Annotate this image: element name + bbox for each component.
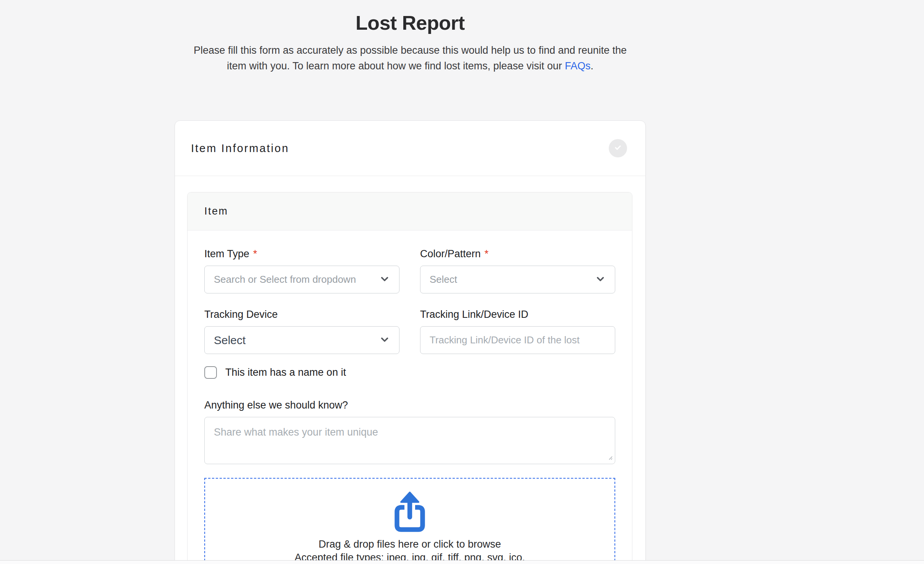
- chevron-down-icon: [379, 333, 391, 347]
- content-column: Lost Report Please fill this form as acc…: [175, 0, 646, 564]
- upload-icon: [393, 490, 427, 534]
- tracking-link-label: Tracking Link/Device ID: [420, 308, 615, 321]
- item-information-card: Item Information Item: [175, 120, 646, 564]
- item-type-label-text: Item Type: [204, 247, 249, 260]
- color-pattern-label-text: Color/Pattern: [420, 247, 481, 260]
- field-item-type: Item Type * Search or Select from dropdo…: [204, 247, 399, 293]
- card-title: Item Information: [191, 142, 289, 155]
- tracking-link-input[interactable]: [420, 326, 615, 354]
- tracking-link-label-text: Tracking Link/Device ID: [420, 308, 528, 321]
- field-tracking-link: Tracking Link/Device ID: [420, 308, 615, 354]
- item-type-label: Item Type *: [204, 247, 399, 260]
- intro-period: .: [590, 60, 594, 72]
- required-asterisk: *: [484, 247, 489, 260]
- required-asterisk: *: [253, 247, 257, 260]
- item-has-name-checkbox[interactable]: [204, 366, 217, 379]
- item-section: Item Item Type * Search or Select from d…: [187, 192, 632, 564]
- window-bottom-strip: [0, 560, 924, 564]
- item-type-select[interactable]: Search or Select from dropdown: [204, 266, 399, 293]
- tracking-device-label: Tracking Device: [204, 308, 399, 321]
- item-section-title: Item: [204, 205, 228, 217]
- tracking-device-select[interactable]: Select: [204, 326, 399, 354]
- intro-line1: Please fill this form as accurately as p…: [194, 45, 627, 56]
- dropzone-primary-text: Drag & drop files here or click to brows…: [319, 537, 501, 551]
- notes-label: Anything else we should know?: [204, 399, 615, 412]
- color-pattern-select-placeholder: Select: [430, 274, 457, 285]
- notes-textarea[interactable]: [204, 417, 615, 464]
- item-type-select-placeholder: Search or Select from dropdown: [214, 274, 356, 285]
- section-complete-indicator: [609, 139, 627, 157]
- intro-line2: item with you. To learn more about how w…: [227, 60, 565, 72]
- page-intro: Please fill this form as accurately as p…: [175, 43, 646, 74]
- item-section-body: Item Type * Search or Select from dropdo…: [188, 231, 632, 564]
- notes-label-text: Anything else we should know?: [204, 399, 348, 412]
- item-information-card-body: Item Item Type * Search or Select from d…: [175, 176, 645, 564]
- item-section-header: Item: [188, 192, 632, 231]
- notes-textarea-wrap: [204, 417, 615, 464]
- color-pattern-label: Color/Pattern *: [420, 247, 615, 260]
- field-tracking-device: Tracking Device Select: [204, 308, 399, 354]
- resize-handle-icon[interactable]: [607, 454, 613, 462]
- color-pattern-select[interactable]: Select: [420, 266, 615, 293]
- page-title: Lost Report: [175, 0, 646, 34]
- item-information-card-header: Item Information: [175, 121, 645, 176]
- tracking-device-select-value: Select: [214, 334, 245, 347]
- chevron-down-icon: [379, 273, 391, 287]
- faq-link[interactable]: FAQs: [565, 60, 591, 72]
- field-grid: Item Type * Search or Select from dropdo…: [204, 247, 615, 354]
- check-icon: [613, 143, 623, 154]
- chevron-down-icon: [594, 273, 606, 287]
- tracking-device-label-text: Tracking Device: [204, 308, 278, 321]
- name-checkbox-row: This item has a name on it: [204, 366, 615, 379]
- file-dropzone[interactable]: Drag & drop files here or click to brows…: [204, 478, 615, 564]
- field-color-pattern: Color/Pattern * Select: [420, 247, 615, 293]
- item-has-name-label: This item has a name on it: [225, 367, 346, 378]
